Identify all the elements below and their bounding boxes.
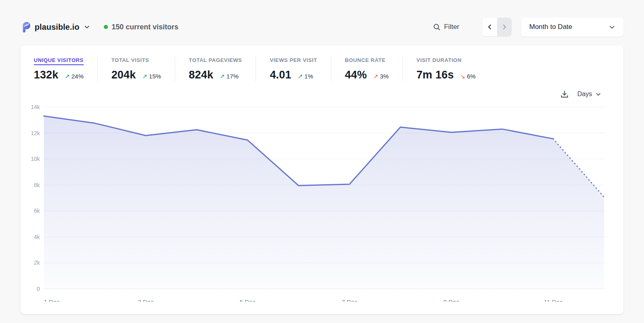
current-visitors-label: 150 current visitors (111, 23, 178, 31)
stat-change-value: 24% (71, 73, 83, 80)
dashboard-page: plausible.io 150 current visitors Filter (0, 0, 644, 323)
trend-up-icon: ↗ (373, 73, 378, 80)
svg-text:4k: 4k (34, 234, 40, 240)
live-indicator-dot (104, 25, 108, 29)
stat-change-value: 3% (380, 73, 389, 80)
stat-change: ↘6% (460, 73, 475, 80)
visitors-area-chart: 02k4k6k8k10k12k14k1 Dec3 Dec5 Dec7 Dec9 … (24, 101, 606, 302)
svg-text:12k: 12k (31, 130, 40, 136)
stat-label: BOUNCE RATE (345, 57, 386, 65)
interval-dropdown[interactable]: Days (578, 91, 601, 98)
metric-tabs: UNIQUE VISITORS 132k ↗24% TOTAL VISITS 2… (21, 45, 623, 81)
date-range-label: Month to Date (529, 23, 572, 31)
svg-text:10k: 10k (31, 156, 40, 162)
stat-change-value: 15% (149, 73, 161, 80)
search-icon (433, 23, 441, 31)
date-range-dropdown[interactable]: Month to Date (521, 18, 623, 37)
svg-text:5 Dec: 5 Dec (240, 298, 256, 302)
tab-total-visits[interactable]: TOTAL VISITS 204k ↗15% (97, 56, 175, 81)
svg-text:9 Dec: 9 Dec (444, 298, 460, 302)
filter-label: Filter (444, 23, 459, 31)
stat-change: ↗1% (298, 73, 313, 80)
date-pager (483, 18, 512, 36)
visitors-chart: 02k4k6k8k10k12k14k1 Dec3 Dec5 Dec7 Dec9 … (21, 101, 623, 302)
trend-up-icon: ↗ (65, 73, 70, 80)
tab-total-pageviews[interactable]: TOTAL PAGEVIEWS 824k ↗17% (175, 56, 256, 81)
stat-change-value: 17% (227, 73, 239, 80)
stat-change: ↗3% (373, 73, 388, 80)
stat-change: ↗15% (142, 73, 161, 80)
top-bar-controls: Filter Month to Date (429, 18, 623, 37)
stat-value: 44% (345, 69, 367, 81)
site-name: plausible.io (35, 23, 79, 32)
svg-text:3 Dec: 3 Dec (138, 298, 154, 302)
tab-unique-visitors[interactable]: UNIQUE VISITORS 132k ↗24% (34, 56, 97, 81)
svg-text:11 Dec: 11 Dec (544, 298, 563, 302)
stat-label: UNIQUE VISITORS (34, 57, 84, 65)
current-visitors-link[interactable]: 150 current visitors (104, 23, 178, 31)
export-button[interactable] (560, 90, 569, 99)
tab-visit-duration[interactable]: VISIT DURATION 7m 16s ↘6% (402, 56, 489, 81)
trend-down-icon: ↘ (460, 73, 465, 80)
chart-toolbar: Days (21, 81, 623, 101)
svg-text:6k: 6k (34, 208, 40, 214)
svg-text:14k: 14k (31, 104, 40, 110)
svg-text:2k: 2k (34, 259, 40, 266)
trend-up-icon: ↗ (298, 73, 303, 80)
chevron-down-icon (609, 24, 615, 31)
stat-label: VIEWS PER VISIT (270, 57, 317, 65)
download-icon (560, 90, 569, 99)
stat-label: TOTAL PAGEVIEWS (189, 57, 242, 65)
trend-up-icon: ↗ (142, 73, 148, 80)
plausible-logo-icon (21, 22, 31, 33)
trend-up-icon: ↗ (220, 73, 225, 80)
stat-label: TOTAL VISITS (111, 57, 149, 65)
interval-label: Days (578, 91, 592, 98)
svg-text:1 Dec: 1 Dec (44, 298, 60, 302)
stat-value: 7m 16s (417, 69, 454, 81)
stat-value: 132k (34, 69, 58, 81)
filter-button[interactable]: Filter (429, 21, 463, 33)
stat-value: 824k (189, 69, 213, 81)
chevron-right-icon (502, 24, 507, 30)
svg-text:8k: 8k (34, 182, 40, 188)
next-period-button[interactable] (497, 18, 512, 36)
tab-bounce-rate[interactable]: BOUNCE RATE 44% ↗3% (331, 56, 402, 81)
stat-value: 4.01 (270, 69, 291, 81)
stat-change-value: 6% (467, 73, 476, 80)
chevron-down-icon (595, 91, 601, 97)
previous-period-button[interactable] (483, 18, 497, 36)
stat-change-value: 1% (304, 73, 313, 80)
top-bar: plausible.io 150 current visitors Filter (0, 0, 644, 39)
tab-views-per-visit[interactable]: VIEWS PER VISIT 4.01 ↗1% (256, 56, 330, 81)
stat-change: ↗17% (220, 73, 239, 80)
chevron-down-icon (84, 24, 90, 30)
stat-change: ↗24% (65, 73, 84, 80)
chevron-left-icon (487, 24, 493, 30)
svg-text:7 Dec: 7 Dec (342, 298, 358, 302)
analytics-card: UNIQUE VISITORS 132k ↗24% TOTAL VISITS 2… (21, 45, 623, 314)
svg-text:0: 0 (37, 286, 40, 292)
site-switcher[interactable]: plausible.io (21, 22, 90, 33)
stat-value: 204k (111, 69, 136, 81)
stat-label: VISIT DURATION (417, 57, 462, 65)
